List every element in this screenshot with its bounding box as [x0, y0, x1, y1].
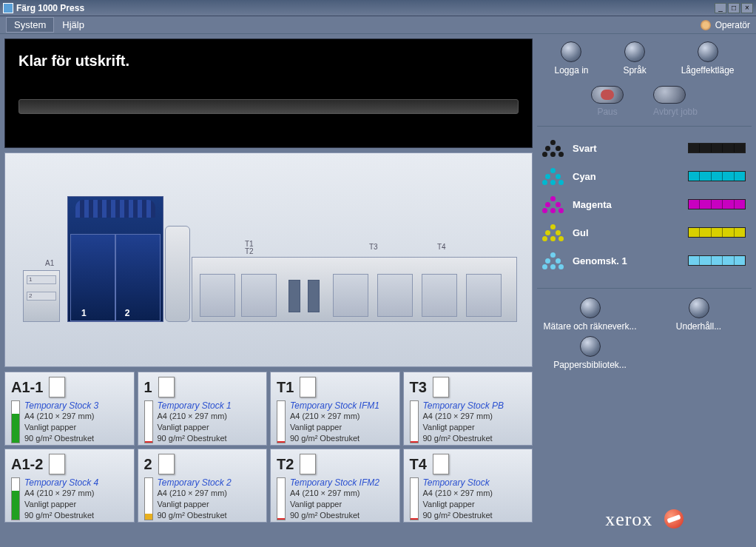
cancel-job-button[interactable]: Avbryt jobb: [653, 86, 698, 117]
tray-type: Vanligt papper: [24, 422, 98, 433]
brand-swirl-icon: [664, 509, 684, 528]
paper-icon: [300, 454, 316, 474]
pause-icon: [591, 86, 624, 104]
lowpower-button[interactable]: Lågeffektläge: [681, 41, 735, 75]
tower-num-2: 2: [125, 308, 130, 318]
tray-weight: 90 g/m² Obestruket: [423, 510, 493, 521]
tray-level-gauge: [277, 477, 286, 520]
tray-size: A4 (210 × 297 mm): [158, 411, 232, 422]
toner-level-bar: [688, 199, 746, 209]
tray-card-t3[interactable]: T3Temporary Stock PBA4 (210 × 297 mm)Van…: [403, 372, 533, 446]
close-button[interactable]: ×: [741, 3, 753, 13]
meters-label: Mätare och räkneverk...: [543, 321, 636, 332]
tray-card-a1-1[interactable]: A1-1Temporary Stock 3A4 (210 × 297 mm)Va…: [4, 372, 135, 446]
paper-icon: [158, 377, 175, 397]
tray-id: T1: [277, 379, 294, 396]
toner-row-svart[interactable]: Svart: [543, 140, 746, 156]
maintenance-label: Underhåll...: [676, 321, 721, 332]
tray-card-2[interactable]: 2Temporary Stock 2A4 (210 × 297 mm)Vanli…: [138, 449, 268, 523]
lowpower-label: Lågeffektläge: [681, 65, 735, 75]
maintenance-button[interactable]: Underhåll...: [649, 298, 749, 332]
menu-system[interactable]: System: [6, 17, 54, 33]
tray-type: Vanligt papper: [423, 499, 493, 510]
tray-grid: A1-1Temporary Stock 3A4 (210 × 297 mm)Va…: [4, 372, 533, 523]
tray-stock-name: Temporary Stock 4: [24, 477, 98, 488]
diagram-label-t3: T3: [369, 243, 378, 251]
toner-row-magenta[interactable]: Magenta: [543, 196, 746, 212]
tray-size: A4 (210 × 297 mm): [423, 411, 504, 422]
toner-name: Svart: [573, 143, 679, 154]
diagram-feeder[interactable]: 1 2: [23, 270, 60, 322]
tray-weight: 90 g/m² Obestruket: [423, 433, 504, 444]
cancel-label: Avbryt jobb: [653, 107, 698, 117]
toner-row-cyan[interactable]: Cyan: [543, 168, 746, 184]
login-button[interactable]: Logga in: [554, 41, 588, 75]
paper-icon: [433, 454, 449, 474]
tray-level-gauge: [410, 400, 419, 443]
diagram-tower[interactable]: 1 2: [67, 196, 163, 322]
paper-icon: [300, 377, 316, 397]
pause-label: Paus: [591, 107, 624, 117]
paper-icon: [49, 454, 65, 474]
cancel-icon: [653, 86, 686, 104]
tray-card-t1[interactable]: T1Temporary Stock IFM1A4 (210 × 297 mm)V…: [270, 372, 400, 446]
tray-level-gauge: [277, 400, 286, 443]
tray-size: A4 (210 × 297 mm): [290, 411, 379, 422]
tray-card-t2[interactable]: T2Temporary Stock IFM2A4 (210 × 297 mm)V…: [270, 449, 400, 523]
tray-id: A1-2: [11, 456, 43, 473]
tray-card-t4[interactable]: T4Temporary StockA4 (210 × 297 mm)Vanlig…: [403, 449, 533, 523]
tray-stock-name: Temporary Stock 2: [158, 477, 232, 488]
login-label: Logga in: [554, 65, 588, 75]
maximize-button[interactable]: □: [728, 3, 740, 13]
toner-level-bar: [688, 171, 746, 181]
toner-name: Gul: [573, 227, 679, 238]
tower-num-1: 1: [81, 308, 87, 318]
tray-stock-name: Temporary Stock 3: [24, 400, 98, 411]
tray-weight: 90 g/m² Obestruket: [158, 510, 232, 521]
pause-button[interactable]: Paus: [591, 86, 624, 117]
tray-stock-name: Temporary Stock 1: [158, 400, 232, 411]
tray-weight: 90 g/m² Obestruket: [290, 510, 379, 521]
toner-dots-icon: [543, 196, 564, 212]
tray-level-gauge: [11, 477, 20, 520]
status-message: Klar för utskrift.: [18, 53, 519, 70]
tray-id: A1-1: [11, 379, 43, 396]
diagram-body[interactable]: [192, 257, 517, 322]
progress-bar: [18, 99, 519, 114]
tray-id: T3: [410, 379, 427, 396]
toner-dots-icon: [543, 168, 564, 184]
tray-level-gauge: [144, 400, 153, 443]
top-buttons: Logga in Språk Lågeffektläge: [537, 38, 752, 77]
menu-help[interactable]: Hjälp: [54, 17, 92, 33]
toner-name: Cyan: [573, 171, 679, 182]
tray-stock-name: Temporary Stock: [423, 477, 493, 488]
login-icon: [561, 41, 581, 62]
tray-id: 2: [144, 456, 152, 473]
tray-stock-name: Temporary Stock IFM2: [290, 477, 379, 488]
tray-type: Vanligt papper: [290, 422, 379, 433]
operator-indicator[interactable]: Operatör: [701, 20, 750, 30]
language-button[interactable]: Språk: [623, 41, 646, 75]
toner-level-bar: [688, 255, 746, 266]
toner-row-gul[interactable]: Gul: [543, 224, 746, 241]
meters-button[interactable]: Mätare och räkneverk...: [540, 298, 640, 332]
operator-label: Operatör: [715, 20, 750, 30]
paperlib-button[interactable]: Pappersbibliotek...: [540, 336, 640, 370]
toner-level-bar: [688, 143, 746, 153]
minimize-button[interactable]: _: [715, 3, 726, 13]
diagram-label-a1: A1: [45, 259, 54, 267]
tray-card-a1-2[interactable]: A1-2Temporary Stock 4A4 (210 × 297 mm)Va…: [4, 449, 135, 523]
tray-id: 1: [144, 379, 152, 396]
toner-dots-icon: [543, 224, 564, 241]
status-panel: Klar för utskrift.: [4, 38, 533, 148]
feeder-slot-1: 1: [27, 275, 56, 284]
tray-stock-name: Temporary Stock PB: [423, 400, 504, 411]
tray-stock-name: Temporary Stock IFM1: [290, 400, 379, 411]
meters-icon: [580, 298, 601, 318]
tray-id: T2: [277, 456, 294, 473]
tray-card-1[interactable]: 1Temporary Stock 1A4 (210 × 297 mm)Vanli…: [138, 372, 268, 446]
paperlib-icon: [580, 336, 601, 357]
titlebar: Färg 1000 Press _ □ ×: [0, 0, 756, 16]
tray-weight: 90 g/m² Obestruket: [158, 433, 232, 444]
toner-row-genomsk-1[interactable]: Genomsk. 1: [543, 252, 746, 269]
